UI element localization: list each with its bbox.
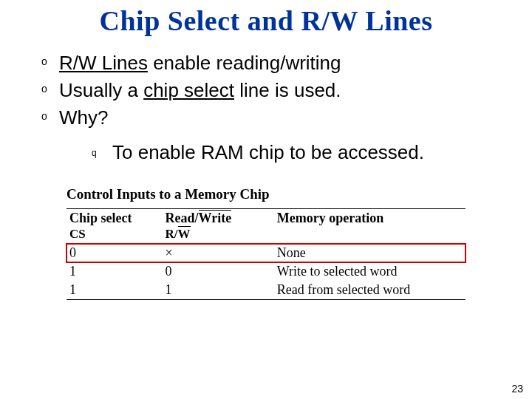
table-row: 1 1 Read from selected word	[66, 281, 466, 300]
bullet-item: Why? To enable RAM chip to be accessed.	[41, 105, 502, 166]
header-text: Memory operation	[277, 211, 383, 225]
cell-rw: 0	[163, 262, 274, 281]
cell-op: Write to selected word	[274, 262, 466, 281]
bullet-list: R/W Lines enable reading/writing Usually…	[0, 50, 532, 166]
memory-chip-table: Chip select CS Read/Write R/W Memory ope…	[66, 208, 466, 300]
table-row-highlighted: 0 × None	[66, 244, 466, 263]
text: Why?	[59, 106, 108, 129]
th-operation: Memory operation	[274, 209, 466, 244]
table-row: 1 0 Write to selected word	[66, 262, 466, 281]
text: Usually a	[59, 79, 143, 101]
sub-bullet-list: To enable RAM chip to be accessed.	[59, 140, 502, 166]
cell-rw: 1	[163, 281, 274, 300]
header-text: Read/	[166, 211, 199, 225]
table-caption: Control Inputs to a Memory Chip	[66, 186, 466, 202]
bullet-item: R/W Lines enable reading/writing	[41, 50, 502, 76]
overline-text: W	[178, 227, 191, 242]
underlined-text: R/W Lines	[59, 52, 148, 74]
overline-text: Write	[199, 211, 232, 226]
text: To enable RAM chip to be accessed.	[112, 141, 424, 163]
cell-cs: 1	[66, 262, 163, 281]
cell-op: Read from selected word	[274, 281, 466, 300]
text: enable reading/writing	[148, 52, 341, 74]
th-read-write: Read/Write R/W	[163, 209, 274, 244]
cell-op: None	[274, 244, 466, 263]
bullet-item: Usually a chip select line is used.	[41, 78, 502, 103]
header-text: Chip select	[69, 211, 132, 225]
th-chip-select: Chip select CS	[66, 209, 163, 244]
page-number: 23	[511, 383, 523, 395]
table-block: Control Inputs to a Memory Chip Chip sel…	[66, 186, 466, 300]
header-sub: CS	[69, 227, 86, 241]
cell-rw: ×	[163, 244, 274, 263]
cell-cs: 0	[66, 244, 163, 263]
text: R/	[166, 227, 178, 241]
header-sub: R/W	[166, 227, 191, 241]
cell-cs: 1	[66, 281, 163, 300]
text: line is used.	[234, 79, 341, 101]
sub-bullet-item: To enable RAM chip to be accessed.	[92, 140, 502, 166]
slide-title: Chip Select and R/W Lines	[0, 0, 532, 50]
underlined-text: chip select	[143, 79, 234, 101]
